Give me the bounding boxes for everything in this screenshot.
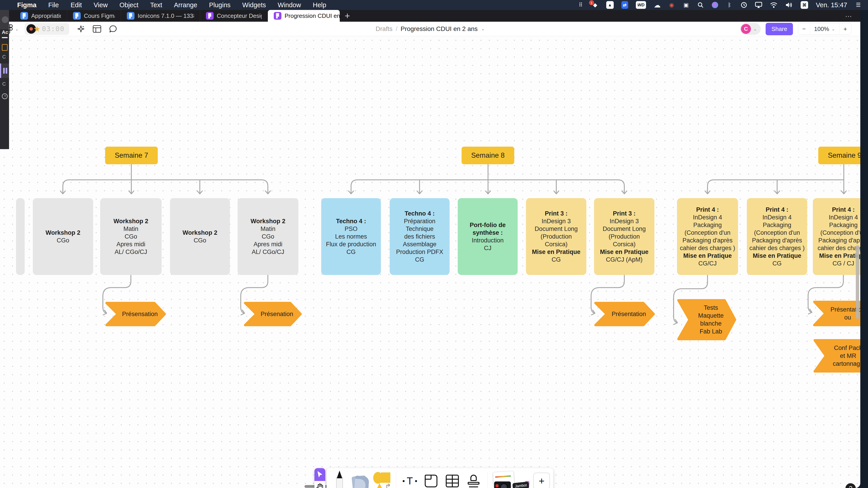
file-title[interactable]: Progression CDUI en 2 ans (401, 25, 477, 33)
file-menu-chevron-icon[interactable]: ⌄ (481, 26, 485, 31)
flow-node-1[interactable]: Workshop 2CGo (33, 198, 93, 275)
airplay-icon[interactable] (755, 1, 762, 9)
record-icon[interactable]: ◉ (668, 1, 675, 9)
flow-node-7[interactable]: Port-folio desynthèse :Introduction CJ (458, 198, 518, 275)
menu-text[interactable]: Text (150, 1, 162, 9)
flow-node-9[interactable]: Print 3 :InDesign 3Document Long(Product… (594, 198, 654, 275)
flow-node-3[interactable]: Workshop 2CGo (170, 198, 230, 275)
share-button[interactable]: Share (766, 23, 793, 35)
node-line: CG / CJ (833, 260, 854, 267)
menu-figma[interactable]: Figma (17, 1, 36, 9)
flow-node-6[interactable]: Techno 4 :PréparationTechniquedes fichie… (390, 198, 450, 275)
keyboard-icon[interactable]: ⌘ (801, 1, 808, 9)
menu-widgets[interactable]: Widgets (242, 1, 266, 9)
node-line: (Conception d'un (754, 229, 800, 236)
menu-file[interactable]: File (48, 1, 59, 9)
week-label-8[interactable]: Semaine 8 (462, 147, 514, 164)
arrow-shape-5[interactable]: Conf Packet MRcartonnage (813, 339, 860, 373)
zoom-out-button[interactable]: − (798, 23, 810, 35)
toolbar-right: C ⌄ Share − 100%⌄ + (740, 22, 851, 36)
tab-ionicons-7-1-0-1338-icons-pa[interactable]: Ionicons 7.1.0 — 1338 icons pack (C (121, 10, 200, 22)
menu-help[interactable]: Help (313, 1, 327, 9)
select-tool[interactable] (314, 468, 325, 481)
comment-icon[interactable] (109, 25, 117, 33)
menu-lines-icon[interactable]: ☰ (855, 1, 862, 9)
menu-edit[interactable]: Edit (70, 1, 82, 9)
node-line: Mise en Pratique (600, 248, 649, 256)
tab-overflow-menu[interactable]: ⋯ (845, 12, 852, 20)
arrow-label-line: Conf Pack (834, 344, 860, 352)
tab-active-progression-cdui[interactable]: Progression CDUI en 2 ans✕ (268, 10, 340, 22)
menu-window[interactable]: Window (278, 1, 301, 9)
arrow-shape-4[interactable]: Présentationou (813, 300, 860, 326)
tab-concepteur-designer-ui[interactable]: Concepteur Designer UI (200, 10, 268, 22)
node-line: InDesign 3 (541, 217, 571, 225)
flow-node-12[interactable]: Print 4 :InDesign 4Packaging(Conception … (813, 198, 860, 275)
volume-icon[interactable] (785, 1, 793, 9)
marker-tool[interactable] (330, 470, 349, 488)
wd-icon[interactable]: WD (636, 1, 646, 9)
node-line: Mise en Pratique (532, 248, 581, 256)
underline-fragment (2, 37, 8, 38)
drop-icon[interactable]: ▲ (606, 1, 614, 9)
grip-icon[interactable]: ⠿ (577, 1, 584, 9)
arrow-shape-0[interactable]: Présensation (105, 302, 166, 326)
tab-appropriation[interactable]: Appropriation (14, 10, 67, 22)
sticky-note-tool[interactable] (351, 470, 370, 488)
flow-node-11[interactable]: Print 4 :InDesign 4Packaging(Conception … (747, 198, 807, 275)
week-label-7[interactable]: Semaine 7 (105, 147, 158, 164)
flow-node-10[interactable]: Print 4 :InDesign 4Packaging(Conception … (677, 198, 738, 275)
arrow-shape-1[interactable]: Présenation (244, 302, 302, 326)
star-icon: ★ (34, 24, 40, 33)
arrow-shape-2[interactable]: Présentation (594, 302, 655, 326)
more-tools-button[interactable]: + (533, 473, 550, 488)
music-timer-widget[interactable]: ★ 03:00 (25, 23, 69, 35)
avatar (2, 16, 8, 23)
table-tool[interactable] (442, 470, 462, 488)
hand-tool[interactable] (314, 481, 325, 488)
menu-arrange[interactable]: Arrange (174, 1, 197, 9)
menu-bar-clock[interactable]: Ven. 15:47 (816, 1, 847, 9)
layout-template-icon[interactable] (93, 25, 101, 33)
stamp-tool[interactable] (464, 470, 483, 488)
node-line: Workshop 2 (45, 229, 80, 236)
camera-icon[interactable]: ▣ (683, 1, 689, 9)
flow-node-2[interactable]: Workshop 2MatinCGoApres midiAL/ CGo/CJ (100, 198, 162, 275)
wifi-icon[interactable] (770, 1, 778, 9)
search-icon[interactable] (697, 1, 704, 9)
shape-tool[interactable]: ↱ (372, 470, 392, 488)
onedrive-cloud-icon[interactable]: ☁ (654, 1, 660, 9)
vertical-scrollbar[interactable] (856, 246, 859, 319)
node-line: Print 4 : (832, 206, 855, 214)
zoom-in-button[interactable]: + (839, 23, 851, 35)
breadcrumb-folder[interactable]: Drafts (376, 25, 393, 33)
square-shape-icon (381, 473, 391, 483)
siri-icon[interactable] (712, 1, 718, 9)
section-tool[interactable] (421, 470, 441, 488)
ai-sparkle-icon[interactable] (77, 25, 85, 33)
arrow-shape-3[interactable]: TestsMaquetteblancheFab Lab (677, 299, 737, 340)
time-machine-icon[interactable] (741, 1, 747, 9)
bluetooth-icon[interactable]: ᛒ (726, 1, 733, 9)
flow-node-5[interactable]: Techno 4 :PSOLes normesFlux de productio… (321, 198, 381, 275)
node-line: Apres midi (254, 240, 283, 248)
menu-plugins[interactable]: Plugins (209, 1, 230, 9)
text-tool[interactable]: ●T● (400, 470, 420, 488)
week-label-9[interactable]: Semaine 9 (818, 147, 860, 164)
account-menu[interactable]: C ⌄ (740, 23, 761, 35)
menu-view[interactable]: View (94, 1, 107, 9)
templates-tool[interactable]: Jambot (492, 470, 530, 488)
arrow-label: Présentation (605, 302, 653, 326)
node-line: (Production (540, 233, 572, 240)
tab-cours-figma-2023[interactable]: Cours Figma 2023 (67, 10, 121, 22)
flow-node-0[interactable] (16, 198, 25, 275)
node-line: InDesign 4 (829, 214, 858, 221)
zoom-level-menu[interactable]: 100%⌄ (810, 23, 839, 35)
figjam-canvas[interactable]: Semaine 7Semaine 8Semaine 9 Workshop 2CG… (0, 36, 860, 488)
teamviewer-icon[interactable]: ⇄ (621, 1, 628, 9)
flow-node-8[interactable]: Print 3 :InDesign 3Document Long(Product… (526, 198, 586, 275)
dropbox-icon[interactable]: ◆1 (592, 1, 598, 9)
menu-object[interactable]: Object (119, 1, 138, 9)
flow-node-4[interactable]: Workshop 2MatinCGoApres midiAL/ CGo/CJ (238, 198, 298, 275)
new-tab-button[interactable]: + (345, 10, 350, 22)
